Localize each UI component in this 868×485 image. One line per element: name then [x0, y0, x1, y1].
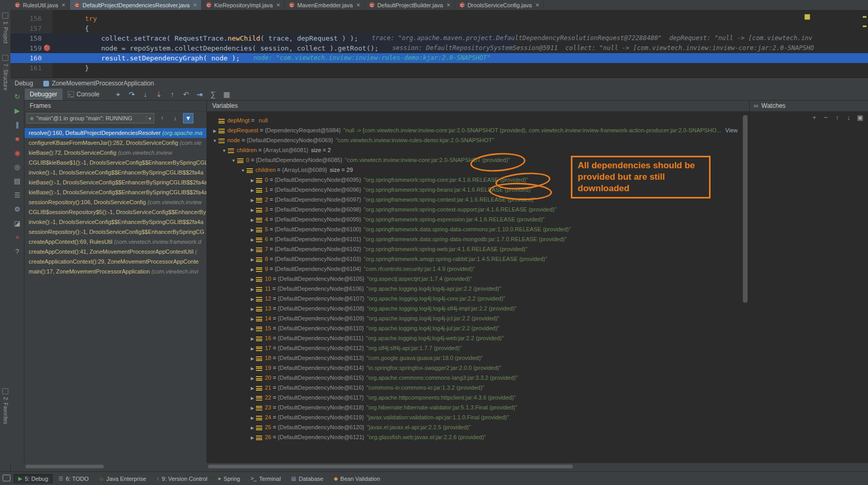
previous-frame-button[interactable]: ↑	[157, 113, 167, 123]
variable-row[interactable]: ▶8 = {DefaultDependencyNode@6103}"org.sp…	[207, 254, 749, 264]
variable-row[interactable]: ▶16 = {DefaultDependencyNode@6111}"org.a…	[207, 333, 749, 343]
close-icon[interactable]: ×	[357, 2, 360, 9]
expand-arrow-icon[interactable]: ▶	[249, 364, 256, 373]
close-icon[interactable]: ×	[447, 2, 450, 9]
expand-arrow-icon[interactable]: ▶	[249, 255, 256, 264]
error-stripe-mark[interactable]	[863, 16, 866, 18]
stripe-button-project[interactable]: 1: Project	[1, 13, 9, 43]
line-number[interactable]: 160	[10, 53, 52, 63]
stop-button[interactable]: ■	[10, 132, 25, 146]
pin-tab-button[interactable]: ◪	[10, 216, 25, 230]
variable-row[interactable]: ▶4 = {DefaultDependencyNode@6099}"org.sp…	[207, 215, 749, 225]
restore-layout-button[interactable]: ☰	[10, 188, 25, 202]
editor-tab-rulesutil-java[interactable]: CRulesUtil.java×	[10, 0, 70, 10]
expand-arrow-icon[interactable]: ▶	[249, 304, 256, 314]
move-watch-down-button[interactable]: ↓	[844, 113, 853, 122]
get-thread-dump-button[interactable]: ▤	[10, 174, 25, 188]
run-to-cursor-button[interactable]: ⇥	[193, 89, 206, 100]
remove-watch-button[interactable]: −	[821, 113, 830, 122]
settings-button[interactable]: ⚙	[10, 202, 25, 216]
variable-row[interactable]: ▶17 = {DefaultDependencyNode@6112}"org.s…	[207, 343, 749, 353]
code-line[interactable]: 159✓ node = repoSystem.collectDependenci…	[10, 43, 868, 53]
toolwindow-button-6-todo[interactable]: ☰6: TODO	[54, 474, 93, 483]
add-watch-button[interactable]: +	[810, 113, 819, 122]
code-line[interactable]: 156 try	[10, 14, 868, 23]
frame-row[interactable]: kieBase():-1, DroolsServiceConfig$$Enhan…	[25, 188, 206, 197]
expand-arrow-icon[interactable]: ▶	[249, 225, 256, 234]
toolwindow-button-database[interactable]: ▤Database	[287, 474, 328, 483]
toolwindow-button-9-version-control[interactable]: ↕9: Version Control	[152, 474, 212, 483]
variable-row[interactable]: ▶7 = {DefaultDependencyNode@6102}"org.sp…	[207, 244, 749, 254]
error-stripe-mark[interactable]	[863, 26, 866, 27]
expand-arrow-icon[interactable]: ▶	[249, 245, 256, 254]
stripe-button-structure[interactable]: 7: Structure	[1, 55, 9, 91]
chevron-down-icon[interactable]: ▾	[146, 116, 151, 121]
editor-tab-defaultprojectbuilder-java[interactable]: CDefaultProjectBuilder.java×	[365, 0, 455, 10]
variable-row[interactable]: ▶depRequest = {DependencyRequest@5984}"n…	[207, 126, 749, 135]
help-button[interactable]: ?	[10, 244, 25, 258]
step-over-button[interactable]: ↷	[126, 89, 138, 100]
variable-row[interactable]: ▶26 = {DefaultDependencyNode@6121}"org.g…	[207, 432, 749, 442]
variable-row[interactable]: ▶10 = {DefaultDependencyNode@6105}"org.a…	[207, 274, 749, 284]
variable-row[interactable]: ▶6 = {DefaultDependencyNode@6101}"org.sp…	[207, 234, 749, 244]
variable-row[interactable]: ▶18 = {DefaultDependencyNode@6113}"com.g…	[207, 353, 749, 363]
code-editor[interactable]: 156 try157 {158 collect.setTrace( Reques…	[10, 10, 868, 78]
expand-arrow-icon[interactable]: ▶	[249, 265, 256, 274]
frame-row[interactable]: configureKBaseFromMavenJar():282, Drools…	[25, 138, 206, 148]
variable-row[interactable]: ▶12 = {DefaultDependencyNode@6107}"org.a…	[207, 294, 749, 304]
next-frame-button[interactable]: ↓	[170, 113, 180, 123]
variable-row[interactable]: ▶15 = {DefaultDependencyNode@6110}"org.a…	[207, 324, 749, 333]
editor-tab-droolsserviceconfig-java[interactable]: CDroolsServiceConfig.java×	[455, 0, 544, 10]
frame-row[interactable]: main():17, ZoneMovementProcessorApplicat…	[25, 267, 206, 277]
stripe-button-favorites[interactable]: 2: Favorites	[1, 388, 9, 424]
force-step-into-button[interactable]: ⇣	[153, 89, 165, 100]
view-link[interactable]: View	[725, 127, 738, 133]
expand-arrow-icon[interactable]: ▶	[249, 185, 256, 195]
variable-row[interactable]: ▼children = {ArrayList@6081}size = 2	[207, 145, 749, 155]
expand-arrow-icon[interactable]: ▶	[249, 433, 256, 442]
editor-error-stripe[interactable]	[861, 10, 868, 78]
variables-scrollbar[interactable]	[743, 115, 748, 303]
pause-button[interactable]: ∥	[10, 118, 25, 132]
rerun-button[interactable]: ↻	[10, 90, 25, 104]
expand-arrow-icon[interactable]: ▶	[249, 284, 256, 294]
move-watch-up-button[interactable]: ↑	[833, 113, 842, 122]
line-number[interactable]: 156	[10, 14, 52, 23]
expand-arrow-icon[interactable]: ▶	[249, 235, 256, 244]
variable-row[interactable]: ▶13 = {DefaultDependencyNode@6108}"org.a…	[207, 304, 749, 314]
frame-row[interactable]: CGLIB$sessionRepository$5():-1, DroolsSe…	[25, 207, 206, 217]
expand-arrow-icon[interactable]: ▶	[249, 275, 256, 284]
hide-library-frames-toggle[interactable]: ▼	[183, 113, 193, 123]
close-icon[interactable]: ×	[193, 2, 197, 9]
step-into-button[interactable]: ↓	[139, 89, 152, 100]
expand-arrow-icon[interactable]: ▼	[230, 156, 237, 165]
show-execution-point-button[interactable]: ⌖	[112, 89, 125, 100]
frame-row[interactable]: sessionRepository():-1, DroolsServiceCon…	[25, 227, 206, 237]
frame-row[interactable]: kieBase():72, DroolsServiceConfig (com.v…	[25, 148, 206, 158]
dock-watches-button[interactable]: ▣	[855, 113, 865, 122]
expand-arrow-icon[interactable]: ▶	[249, 383, 256, 393]
variable-row[interactable]: ▼node = {DefaultDependencyNode@6069}"com…	[207, 135, 749, 145]
variable-row[interactable]: ▶3 = {DefaultDependencyNode@6098}"org.sp…	[207, 205, 749, 215]
expand-arrow-icon[interactable]: ▶	[249, 195, 256, 205]
code-line[interactable]: 161 }	[10, 63, 868, 73]
toolwindow-button-spring[interactable]: ●Spring	[213, 474, 245, 483]
close-icon[interactable]: ×	[535, 2, 539, 9]
expand-arrow-icon[interactable]: ▶	[249, 393, 256, 403]
inspection-indicator-icon[interactable]	[804, 14, 810, 20]
variable-row[interactable]: ▶5 = {DefaultDependencyNode@6100}"org.sp…	[207, 225, 749, 234]
expand-arrow-icon[interactable]: ▶	[249, 403, 256, 413]
toolwindow-switcher-icon[interactable]	[3, 475, 10, 481]
frame-row[interactable]: resolve():160, DefaultProjectDependencie…	[25, 128, 206, 138]
code-line[interactable]: 158 collect.setTrace( RequestTrace.newCh…	[10, 33, 868, 43]
code-line[interactable]: 157 {	[10, 23, 868, 33]
evaluate-expression-button[interactable]: ∑	[207, 89, 219, 100]
frame-row[interactable]: CGLIB$kieBase$1():-1, DroolsServiceConfi…	[25, 158, 206, 168]
thread-selector[interactable]: ◉ "main"@1 in group "main": RUNNING ▾	[27, 113, 154, 123]
frame-row[interactable]: invoke():-1, DroolsServiceConfig$$Enhanc…	[25, 217, 206, 227]
layout-settings-button[interactable]: ▦	[221, 89, 233, 100]
variable-row[interactable]: ▶19 = {DefaultDependencyNode@6114}"io.sp…	[207, 363, 749, 373]
debug-session-tab[interactable]: ZoneMovementProcessorApplication	[39, 78, 158, 89]
mute-breakpoints-button[interactable]: ◎	[10, 160, 25, 174]
frame-row[interactable]: invoke():-1, DroolsServiceConfig$$Enhanc…	[25, 168, 206, 178]
